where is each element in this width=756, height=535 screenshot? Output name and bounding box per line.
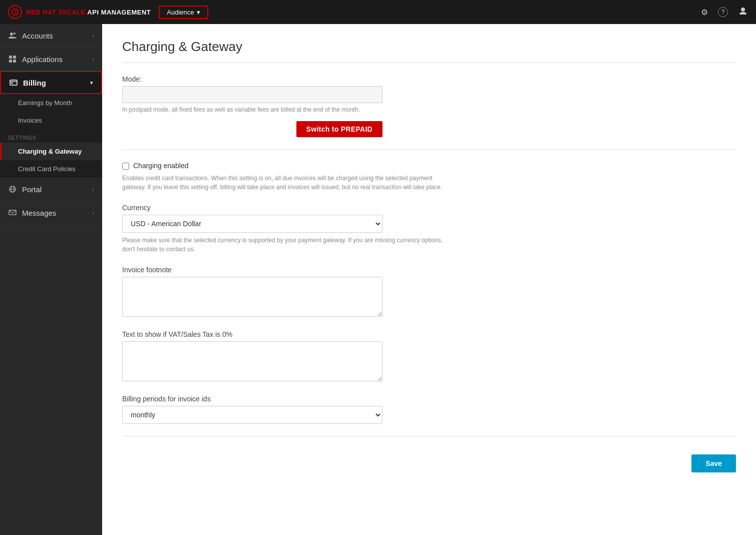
charging-section: Charging enabled Enables credit card tra… xyxy=(122,162,736,192)
brand-name: RED HAT 3SCALE API MANAGEMENT xyxy=(26,9,151,16)
svg-rect-7 xyxy=(13,60,16,63)
accounts-icon xyxy=(8,31,17,40)
applications-chevron: › xyxy=(92,56,94,62)
charging-enabled-checkbox[interactable] xyxy=(122,163,129,170)
sidebar-item-billing[interactable]: Billing ▾ xyxy=(0,71,102,94)
invoice-footnote-label: Invoice footnote xyxy=(122,266,736,274)
brand: RED HAT 3SCALE API MANAGEMENT xyxy=(8,5,151,19)
svg-rect-10 xyxy=(11,83,13,84)
charging-description: Enables credit card transactions. When t… xyxy=(122,174,448,192)
svg-rect-6 xyxy=(9,60,12,63)
charging-label: Charging enabled xyxy=(133,162,189,170)
svg-rect-4 xyxy=(9,56,12,59)
portal-label: Portal xyxy=(22,185,42,194)
chevron-down-icon: ▾ xyxy=(197,9,200,16)
currency-description: Please make sure that the selected curre… xyxy=(122,236,448,254)
vat-label: Text to show if VAT/Sales Tax is 0% xyxy=(122,330,736,338)
messages-inner: Messages xyxy=(8,208,56,217)
billing-period-label: Billing periods for invoice ids xyxy=(122,395,736,403)
mode-label: Mode: xyxy=(122,75,736,83)
billing-label: Billing xyxy=(23,79,46,87)
help-icon[interactable]: ? xyxy=(718,7,728,17)
currency-label: Currency xyxy=(122,204,736,212)
sidebar-item-credit-card[interactable]: Credit Card Policies xyxy=(0,160,102,178)
bottom-divider xyxy=(122,436,736,436)
svg-rect-5 xyxy=(13,56,16,59)
currency-select[interactable]: USD - American Dollar EUR - Euro GBP - B… xyxy=(122,215,383,233)
sidebar-item-earnings[interactable]: Earnings by Month xyxy=(0,94,102,112)
applications-inner: Applications xyxy=(8,55,63,64)
svg-point-3 xyxy=(14,33,16,35)
user-icon[interactable] xyxy=(738,6,748,18)
section-divider-1 xyxy=(122,149,736,150)
sidebar-item-messages[interactable]: Messages › xyxy=(0,201,102,225)
invoice-footnote-section: Invoice footnote xyxy=(122,266,736,318)
billing-period-select[interactable]: monthly weekly daily xyxy=(122,406,383,424)
invoice-footnote-textarea[interactable] xyxy=(122,277,383,317)
mode-input xyxy=(122,86,383,103)
gear-icon[interactable]: ⚙ xyxy=(701,8,708,17)
save-row: Save xyxy=(122,444,736,482)
main-layout: Accounts › Applications › xyxy=(0,24,756,535)
messages-label: Messages xyxy=(22,209,56,217)
sidebar-item-invoices[interactable]: Invoices xyxy=(0,112,102,129)
accounts-chevron: › xyxy=(92,33,94,39)
save-button[interactable]: Save xyxy=(691,454,736,472)
page-title: Charging & Gateway xyxy=(122,39,736,63)
vat-section: Text to show if VAT/Sales Tax is 0% xyxy=(122,330,736,383)
messages-chevron: › xyxy=(92,210,94,216)
billing-period-section: Billing periods for invoice ids monthly … xyxy=(122,395,736,424)
charging-row: Charging enabled xyxy=(122,162,736,170)
svg-point-2 xyxy=(10,33,13,36)
applications-icon xyxy=(8,55,17,64)
portal-icon xyxy=(8,185,17,194)
portal-chevron: › xyxy=(92,186,94,192)
portal-inner: Portal xyxy=(8,185,42,194)
sidebar-item-charging-gateway[interactable]: Charging & Gateway xyxy=(0,143,102,160)
navbar: RED HAT 3SCALE API MANAGEMENT Audience ▾… xyxy=(0,0,756,24)
billing-submenu: Earnings by Month Invoices Settings Char… xyxy=(0,94,102,178)
mode-description: In postpaid mode, all fixed fees as well… xyxy=(122,106,736,113)
svg-point-1 xyxy=(741,8,745,12)
sidebar-item-portal[interactable]: Portal › xyxy=(0,178,102,201)
currency-section: Currency USD - American Dollar EUR - Eur… xyxy=(122,204,736,254)
vat-textarea[interactable] xyxy=(122,341,383,381)
sidebar-item-accounts[interactable]: Accounts › xyxy=(0,24,102,48)
accounts-inner: Accounts xyxy=(8,31,53,40)
main-content: Charging & Gateway Mode: In postpaid mod… xyxy=(102,24,756,535)
mode-section: Mode: In postpaid mode, all fixed fees a… xyxy=(122,75,736,137)
navbar-left: RED HAT 3SCALE API MANAGEMENT Audience ▾ xyxy=(8,5,208,19)
navbar-right: ⚙ ? xyxy=(701,6,748,18)
sidebar-item-applications[interactable]: Applications › xyxy=(0,48,102,71)
accounts-label: Accounts xyxy=(22,32,53,40)
billing-icon xyxy=(9,78,18,87)
audience-dropdown[interactable]: Audience ▾ xyxy=(159,6,208,19)
svg-rect-8 xyxy=(10,80,17,85)
messages-icon xyxy=(8,208,17,217)
brand-logo xyxy=(8,5,22,19)
billing-inner: Billing xyxy=(9,78,46,87)
sidebar: Accounts › Applications › xyxy=(0,24,102,535)
settings-section-label: Settings xyxy=(0,129,102,143)
switch-prepaid-button[interactable]: Switch to PREPAID xyxy=(296,121,383,137)
applications-label: Applications xyxy=(22,55,63,64)
billing-chevron: ▾ xyxy=(90,80,93,86)
